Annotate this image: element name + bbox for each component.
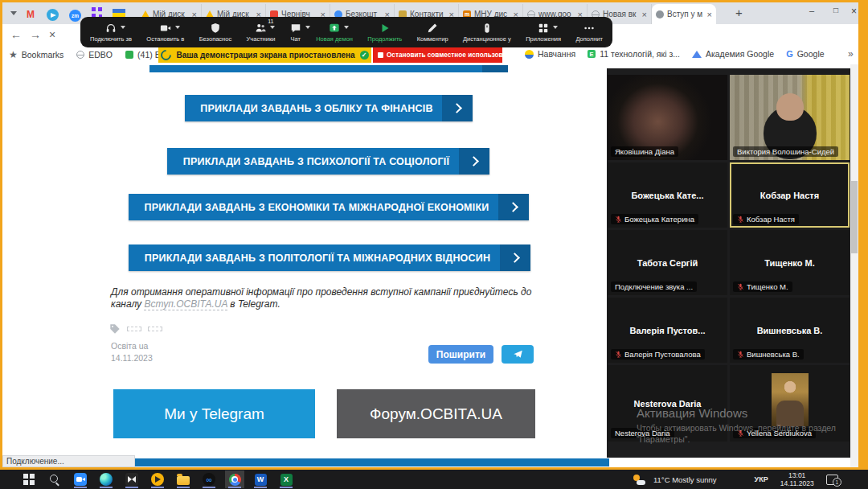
back-button[interactable]: ←: [10, 28, 22, 41]
forward-button[interactable]: →: [30, 28, 41, 41]
zoom-toolbar-item[interactable]: Комментир: [417, 22, 448, 43]
taskbar-app[interactable]: [148, 471, 167, 488]
taskbar-app[interactable]: [19, 471, 39, 488]
meta-icon: [203, 473, 215, 486]
tab-close-icon[interactable]: ×: [707, 10, 712, 19]
chevron-down-icon[interactable]: [270, 26, 275, 29]
task-examples-button[interactable]: ПРИКЛАДИ ЗАВДАНЬ З ПСИХОЛОГІЇ ТА СОЦІОЛО…: [167, 148, 489, 175]
bookmarks-overflow-icon[interactable]: »: [848, 48, 854, 60]
tag-chip[interactable]: [127, 327, 141, 331]
taskbar-app[interactable]: [122, 471, 141, 488]
taskbar-app[interactable]: [276, 471, 296, 488]
participant-tile[interactable]: Табота Сергій Подключение звука ...: [608, 230, 727, 295]
bookmark-item[interactable]: Академия Google: [692, 49, 774, 59]
taskbar-app[interactable]: [199, 471, 219, 488]
bookmark-label: EDBO: [88, 50, 113, 60]
window-maximize-button[interactable]: □: [833, 6, 838, 14]
weather-text[interactable]: 11°C Mostly sunny: [653, 475, 717, 484]
participant-name-label: Божецька Катерина: [611, 214, 698, 224]
pinned-tab[interactable]: [69, 6, 81, 22]
chevron-down-icon[interactable]: [553, 26, 558, 29]
taskbar-app[interactable]: [225, 471, 244, 488]
bookmark-item[interactable]: EDBO: [76, 50, 113, 60]
participants-count-badge: 11: [268, 18, 273, 24]
chevron-down-icon[interactable]: [305, 26, 310, 29]
telegram-big-button[interactable]: Ми у Telegram: [113, 389, 315, 438]
participant-tile[interactable]: Божецька Кате... Божецька Катерина: [608, 162, 727, 228]
participant-tile[interactable]: Кобзар Настя Кобзар Настя: [730, 162, 850, 228]
task-examples-button[interactable]: ПРИКЛАДИ ЗАВДАНЬ З ОБЛІКУ ТА ФІНАНСІВ: [185, 95, 473, 121]
pencil-icon: [427, 23, 438, 34]
navch-icon: [525, 50, 534, 59]
telegram-share-button[interactable]: [502, 345, 534, 364]
bookmark-item[interactable]: Bookmarks: [9, 49, 63, 60]
partial-button-top[interactable]: [149, 65, 508, 72]
zoom-toolbar-item[interactable]: Дополнит: [575, 22, 603, 43]
zoom-toolbar-item[interactable]: Остановить в: [146, 22, 184, 43]
zoom-toolbar-label: Комментир: [417, 35, 448, 43]
chrome-icon: [229, 474, 241, 486]
participant-tile[interactable]: Yellena Serdiukova: [730, 365, 850, 442]
stop-sharing-button[interactable]: Остановить совместное использование: [373, 47, 502, 63]
taskbar-app[interactable]: [45, 471, 64, 488]
scrollbar-thumb[interactable]: [851, 181, 858, 253]
telegram-icon: [47, 9, 59, 21]
chevron-down-icon[interactable]: [121, 26, 125, 29]
task-examples-button[interactable]: ПРИКЛАДИ ЗАВДАНЬ З ПОЛІТОЛОГІЇ ТА МІЖНАР…: [129, 244, 530, 271]
partial-button-bottom[interactable]: [92, 458, 609, 466]
zoom-toolbar-item[interactable]: Чат: [290, 22, 301, 43]
zoom-toolbar-label: Дистанционное у: [463, 35, 511, 43]
participants-icon: [255, 23, 266, 34]
zoom-toolbar-item[interactable]: Дистанционное у: [463, 22, 511, 43]
new-tab-button[interactable]: +: [735, 6, 743, 19]
zoom-toolbar-item[interactable]: Новая демон: [316, 22, 353, 43]
tag-chip[interactable]: [148, 327, 162, 331]
scholar-icon: [692, 51, 702, 58]
zoom-toolbar-item[interactable]: Безопаснос: [199, 22, 232, 43]
zoom-toolbar-item[interactable]: Продолжить: [367, 22, 402, 43]
participant-display-name: Nesterova Daria: [634, 399, 702, 409]
taskbar-clock[interactable]: 13:0114.11.2023: [776, 471, 818, 487]
zoom-toolbar-item[interactable]: Приложения: [526, 22, 561, 43]
participant-tile[interactable]: Вишневська В. Вишневська В.: [730, 298, 850, 363]
window-close-button[interactable]: ×: [851, 6, 857, 17]
participant-tile[interactable]: Яковішина Діана: [608, 75, 727, 160]
participant-tile[interactable]: Виктория Волошина-Сидей: [730, 75, 850, 160]
windows-taskbar: 11°C Mostly sunny УКР 13:0114.11.2023 1: [0, 470, 868, 489]
bookmark-item[interactable]: Навчання: [525, 49, 575, 59]
language-indicator[interactable]: УКР: [755, 475, 768, 483]
weather-icon[interactable]: [633, 475, 645, 485]
bookmark-item[interactable]: Google: [786, 49, 824, 59]
taskbar-app[interactable]: [251, 471, 270, 488]
browser-tab[interactable]: Вступ у м ×: [652, 4, 716, 24]
bookmark-label: Навчання: [538, 49, 575, 59]
telegram-channel-link[interactable]: Вступ.ОСВІТА.UA: [144, 298, 227, 310]
pinned-tab[interactable]: [47, 6, 59, 22]
forum-big-button[interactable]: Форум.ОСВІТА.UA: [337, 389, 535, 438]
inbox-icon: [125, 51, 133, 59]
screen-share-paused-banner: Ваша демонстрация экрана приостановлена …: [158, 47, 371, 63]
tab-close-icon[interactable]: ×: [642, 10, 647, 19]
bookmark-item[interactable]: 11 технологій, які з...: [588, 49, 680, 59]
zoom-toolbar-item[interactable]: Подключить зв: [90, 22, 132, 43]
window-minimize-button[interactable]: –: [809, 6, 814, 15]
participant-tile[interactable]: Тищенко М. Тищенко М.: [730, 230, 850, 295]
zoom-toolbar-item[interactable]: 11 Участники: [247, 22, 276, 43]
participant-name-label: Nesterova Daria: [611, 428, 674, 438]
taskbar-app[interactable]: [96, 471, 116, 488]
taskbar-apps: [0, 471, 296, 488]
participant-tile[interactable]: Валерія Пустов... Валерія Пустовалова: [608, 298, 727, 363]
chevron-down-icon[interactable]: [344, 26, 349, 29]
scrollbar-track[interactable]: [850, 64, 858, 467]
notification-center-icon[interactable]: 1: [826, 475, 838, 485]
mic-muted-icon: [737, 351, 744, 358]
pinned-tab[interactable]: [25, 6, 36, 21]
share-button[interactable]: Поширити: [428, 345, 493, 364]
taskbar-app[interactable]: [71, 471, 90, 488]
task-examples-button[interactable]: ПРИКЛАДИ ЗАВДАНЬ З ЕКОНОМІКИ ТА МІЖНАРОД…: [129, 194, 529, 220]
chevron-down-icon[interactable]: [175, 26, 180, 29]
participant-tile[interactable]: Nesterova Daria Nesterova Daria: [608, 365, 727, 442]
tab-search-chevron-icon[interactable]: [10, 11, 17, 15]
taskbar-app[interactable]: [174, 471, 193, 488]
stop-loading-icon[interactable]: ×: [49, 28, 55, 41]
